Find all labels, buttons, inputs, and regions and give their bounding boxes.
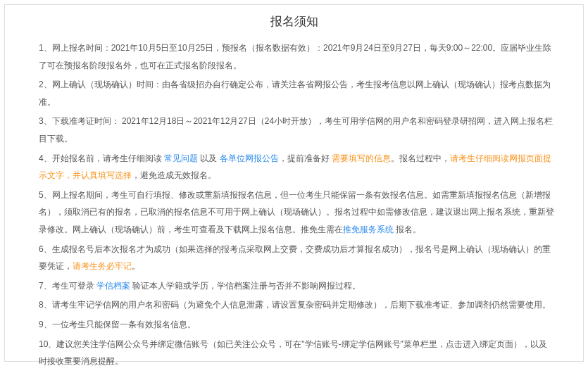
notice-item-2: 2、网上确认（现场确认）时间：由各省级招办自行确定公布，请关注各省网报公告，考生… <box>39 76 555 111</box>
notice-item-9: 9、一位考生只能保留一条有效报名信息。 <box>39 316 555 334</box>
notice-item-8: 8、请考生牢记学信网的用户名和密码（为避免个人信息泄露，请设置复杂密码并定期修改… <box>39 296 555 314</box>
text-warning: 需要填写的信息 <box>332 153 391 163</box>
text: 报名。 <box>394 225 421 234</box>
notice-content: 1、网上报名时间：2021年10月5日至10月25日，预报名（报名数据有效）：2… <box>5 35 583 366</box>
text: 。 <box>132 261 140 271</box>
text-warning: 请考生务必牢记 <box>73 261 132 271</box>
notice-item-6: 6、生成报名号后本次报名才为成功（如果选择的报考点采取网上交费，交费成功后才算报… <box>39 241 555 275</box>
notice-item-1: 1、网上报名时间：2021年10月5日至10月25日，预报名（报名数据有效）：2… <box>39 39 555 74</box>
text-link[interactable]: 各单位网报公告 <box>220 153 279 163</box>
text-link[interactable]: 推免服务系统 <box>343 225 394 234</box>
text-link[interactable]: 常见问题 <box>164 153 198 163</box>
notice-panel: 报名须知 1、网上报名时间：2021年10月5日至10月25日，预报名（报名数据… <box>4 4 584 362</box>
text: 1、网上报名时间：2021年10月5日至10月25日，预报名（报名数据有效）：2… <box>39 43 551 70</box>
text: 3、下载准考证时间： 2021年12月18日～2021年12月27日（24小时开… <box>39 116 553 144</box>
text: 验证本人学籍或学历，学信档案注册与否并不影响网报过程。 <box>130 281 361 291</box>
text: 以及 <box>198 153 220 163</box>
text: ，避免造成无效报名。 <box>132 170 216 180</box>
text: 7、考生可登录 <box>39 281 96 291</box>
text: 4、开始报名前，请考生仔细阅读 <box>39 153 164 163</box>
text: 8、请考生牢记学信网的用户名和密码（为避免个人信息泄露，请设置复杂密码并定期修改… <box>39 300 551 310</box>
text: 2、网上确认（现场确认）时间：由各省级招办自行确定公布，请关注各省网报公告，考生… <box>39 80 551 107</box>
page-title: 报名须知 <box>5 5 583 35</box>
text: 10、建议您关注学信网公众号并绑定微信账号（如已关注公众号，可在"学信账号-绑定… <box>39 339 547 367</box>
notice-item-10: 10、建议您关注学信网公众号并绑定微信账号（如已关注公众号，可在"学信账号-绑定… <box>39 336 555 367</box>
text-link[interactable]: 学信档案 <box>96 281 130 291</box>
notice-item-5: 5、网上报名期间，考生可自行填报、修改或重新填报报名信息，但一位考生只能保留一条… <box>39 187 555 239</box>
text: 。报名过程中， <box>391 153 450 163</box>
text: 5、网上报名期间，考生可自行填报、修改或重新填报报名信息，但一位考生只能保留一条… <box>39 190 554 234</box>
notice-item-7: 7、考生可登录 学信档案 验证本人学籍或学历，学信档案注册与否并不影响网报过程。 <box>39 277 555 295</box>
text: ，提前准备好 <box>279 153 332 163</box>
notice-item-4: 4、开始报名前，请考生仔细阅读 常见问题 以及 各单位网报公告，提前准备好 需要… <box>39 150 555 184</box>
notice-item-3: 3、下载准考证时间： 2021年12月18日～2021年12月27日（24小时开… <box>39 113 555 147</box>
text: 9、一位考生只能保留一条有效报名信息。 <box>39 320 196 329</box>
